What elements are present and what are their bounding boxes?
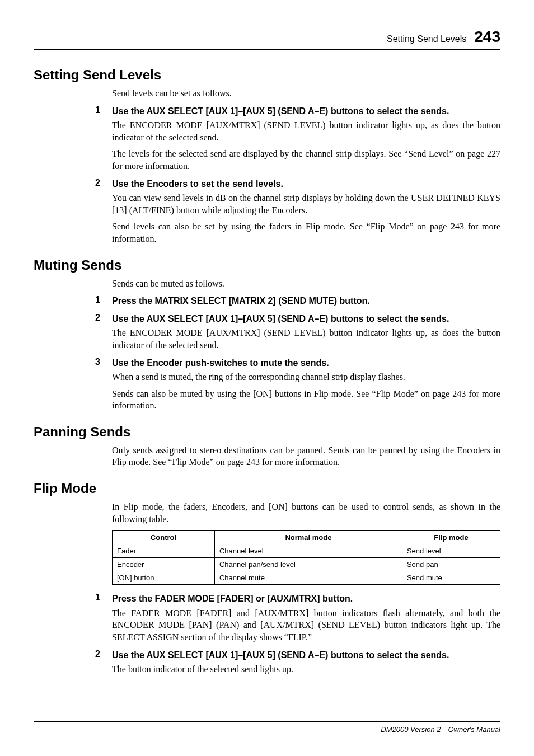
- step-body: The FADER MODE [FADER] and [AUX/MTRX] bu…: [112, 607, 500, 644]
- table-cell: Send level: [402, 544, 500, 558]
- step-body: The ENCODER MODE [AUX/MTRX] (SEND LEVEL)…: [112, 119, 500, 143]
- step-body: The levels for the selected send are dis…: [112, 148, 500, 172]
- running-head: Setting Send Levels 243: [34, 28, 500, 50]
- table-cell: Encoder: [113, 558, 215, 571]
- heading-muting-sends: Muting Sends: [34, 257, 500, 273]
- step: 2 Use the AUX SELECT [AUX 1]–[AUX 5] (SE…: [95, 313, 500, 325]
- text-intro: Sends can be muted as follows.: [112, 278, 500, 290]
- step-number: 2: [95, 649, 112, 661]
- page-content: Setting Send Levels Send levels can be s…: [34, 50, 500, 721]
- table-row: Encoder Channel pan/send level Send pan: [113, 558, 500, 571]
- table-cell: Channel level: [214, 544, 402, 558]
- table-row: [ON] button Channel mute Send mute: [113, 571, 500, 585]
- step-number: 2: [95, 178, 112, 190]
- table-cell: Send mute: [402, 571, 500, 585]
- table-header-cell: Normal mode: [214, 531, 402, 544]
- page-number: 243: [474, 28, 500, 46]
- step-body: Sends can also be muted by using the [ON…: [112, 388, 500, 412]
- text-intro: Send levels can be set as follows.: [112, 87, 500, 100]
- step-body: Send levels can also be set by using the…: [112, 220, 500, 245]
- step: 2 Use the AUX SELECT [AUX 1]–[AUX 5] (SE…: [95, 649, 500, 661]
- table-cell: Send pan: [402, 558, 500, 571]
- step-body: The ENCODER MODE [AUX/MTRX] (SEND LEVEL)…: [112, 327, 500, 351]
- text-intro: Only sends assigned to stereo destinatio…: [112, 444, 500, 468]
- text-intro: In Flip mode, the faders, Encoders, and …: [112, 501, 500, 525]
- step-heading: Use the AUX SELECT [AUX 1]–[AUX 5] (SEND…: [112, 313, 449, 325]
- step-number: 3: [95, 357, 112, 369]
- heading-setting-send-levels: Setting Send Levels: [34, 67, 500, 83]
- step: 3 Use the Encoder push-switches to mute …: [95, 357, 500, 369]
- step: 2 Use the Encoders to set the send level…: [95, 178, 500, 190]
- table-cell: Channel pan/send level: [214, 558, 402, 571]
- step: 1 Press the FADER MODE [FADER] or [AUX/M…: [95, 593, 500, 605]
- step-number: 1: [95, 295, 112, 307]
- step-number: 2: [95, 313, 112, 325]
- heading-flip-mode: Flip Mode: [34, 481, 500, 496]
- table-header-cell: Control: [113, 531, 215, 544]
- table-header-row: Control Normal mode Flip mode: [113, 531, 500, 544]
- table-row: Fader Channel level Send level: [113, 544, 500, 558]
- step-heading: Use the AUX SELECT [AUX 1]–[AUX 5] (SEND…: [112, 649, 449, 661]
- step-heading: Use the Encoders to set the send levels.: [112, 178, 283, 190]
- flip-mode-table: Control Normal mode Flip mode Fader Chan…: [112, 530, 500, 585]
- table-cell: Fader: [113, 544, 215, 558]
- step-heading: Press the FADER MODE [FADER] or [AUX/MTR…: [112, 593, 353, 605]
- table-cell: [ON] button: [113, 571, 215, 585]
- step: 1 Use the AUX SELECT [AUX 1]–[AUX 5] (SE…: [95, 105, 500, 118]
- footer: DM2000 Version 2—Owner's Manual: [34, 721, 500, 734]
- step: 1 Press the MATRIX SELECT [MATRIX 2] (SE…: [95, 295, 500, 307]
- step-number: 1: [95, 593, 112, 605]
- step-body: The button indicator of the selected sen…: [112, 663, 500, 675]
- table-header-cell: Flip mode: [402, 531, 500, 544]
- step-body: You can view send levels in dB on the ch…: [112, 192, 500, 216]
- running-head-title: Setting Send Levels: [387, 34, 466, 44]
- step-heading: Use the Encoder push-switches to mute th…: [112, 357, 329, 369]
- step-body: When a send is muted, the ring of the co…: [112, 371, 500, 383]
- step-heading: Press the MATRIX SELECT [MATRIX 2] (SEND…: [112, 295, 370, 307]
- table-cell: Channel mute: [214, 571, 402, 585]
- heading-panning-sends: Panning Sends: [34, 424, 500, 440]
- step-number: 1: [95, 105, 112, 118]
- step-heading: Use the AUX SELECT [AUX 1]–[AUX 5] (SEND…: [112, 105, 449, 118]
